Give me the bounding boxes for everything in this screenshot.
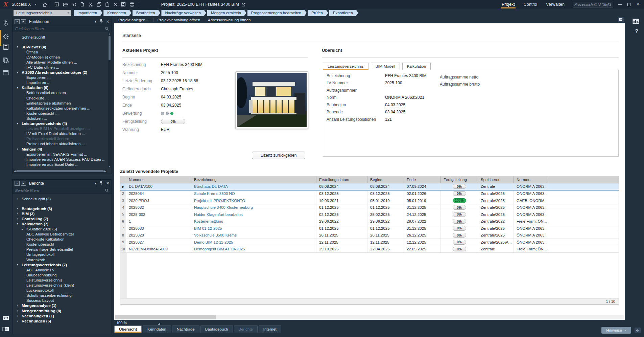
tree-item-schnellzugriff-3[interactable]: ▸Schnellzugriff (3) [13, 196, 108, 201]
row-selector[interactable]: 2 [120, 190, 126, 197]
dock-left-icon[interactable] [2, 325, 9, 332]
tree-item-kalkulation-6[interactable]: ▾Kalkulation (6) [13, 85, 108, 90]
bottom-tab-internet[interactable]: Internet [259, 325, 281, 333]
ribbon-tab-prognosemengen-bearbeiten[interactable]: Prognosemengen bearbeiten [247, 10, 307, 16]
chevron-down-icon[interactable]: ▾ [17, 45, 22, 48]
expand-all-icon[interactable]: ▼ [15, 181, 20, 186]
expand-all-icon[interactable]: ▼ [15, 19, 20, 24]
funktionen-horizontal-scrollbar[interactable]: ◀ ▶ [13, 170, 107, 173]
close-icon[interactable]: ✕ [636, 2, 640, 7]
ribbon-tab-nachträge-verwalten[interactable]: Nachträge verwalten [161, 10, 206, 16]
table-row-2025032[interactable]: 42025032Hauptschule 3400 Klosterneuburg0… [120, 204, 619, 211]
tree-item-öffnen[interactable]: Öffnen [13, 49, 108, 54]
bottom-tab-kenndaten[interactable]: Kenndaten [143, 325, 171, 333]
restore-icon[interactable] [627, 3, 630, 6]
column-header-erstellungsdatum[interactable]: Erstellungsdatum [316, 176, 367, 183]
tree-item-lückenprotokoll[interactable]: Lückenprotokoll [13, 288, 108, 293]
chevron-down-icon[interactable]: ▾ [17, 148, 22, 151]
content-horizontal-scrollbar[interactable] [115, 315, 624, 320]
ribbon-tab-prüfen[interactable]: Prüfen [308, 10, 328, 16]
tree-item-preisanfrage-betriebsmittel[interactable]: Preisanfrage Betriebsmittel [13, 247, 108, 252]
column-header-ende[interactable]: Ende [404, 176, 441, 183]
zoom-level[interactable]: 100 % [116, 321, 127, 325]
row-selector[interactable]: 6 [120, 218, 126, 225]
app-menu-caret-icon[interactable]: ▼ [34, 3, 37, 6]
tree-item-bim-3[interactable]: ▸BIM (3) [13, 211, 108, 216]
tree-item-success-layout[interactable]: Success Layout [13, 298, 108, 303]
open-project-external-icon[interactable] [241, 2, 246, 7]
table-row-2025033[interactable]: 72025033BIM 01-12-202501.12.202501.12.20… [120, 225, 619, 232]
scroll-left-icon[interactable]: ◀ [14, 170, 16, 173]
column-header-normen[interactable]: Normen [514, 176, 547, 183]
tree-item-checkliste[interactable]: Checkliste ... [13, 95, 108, 100]
tree-item-k-blätter-2020-5[interactable]: ▸K-Blätter 2020 (5) [13, 226, 108, 231]
statistics-icon[interactable] [633, 19, 639, 24]
tree-item-lv-mit-excel-datei-aktualisieren[interactable]: LV mit Excel Datei aktualisieren ... [13, 131, 108, 136]
table-row-2020-proj[interactable]: 32020 PROJProjekt mit PROJEKTKONTO19.03.… [120, 197, 619, 204]
chevron-down-icon[interactable]: ▾ [17, 86, 22, 89]
overview-tab-bim-modell[interactable]: BIM-Modell [371, 63, 400, 70]
chevron-right-icon[interactable]: ▸ [17, 319, 22, 322]
license-return-button[interactable]: Lizenz zurückgeben [252, 152, 305, 159]
save-icon[interactable] [121, 2, 126, 7]
scroll-up-icon[interactable]: ▲ [108, 33, 111, 35]
bottom-tab-berichte[interactable]: Berichte [234, 325, 258, 333]
tree-item-preisanteilmodell-ändern[interactable]: Preisanteilmodell ändern ... [13, 136, 108, 141]
tree-item-lv-modell-e-öffnen[interactable]: LV-Modell(e) öffnen [13, 54, 108, 60]
bottom-tab-bautagebuch[interactable]: Bautagebuch [200, 325, 233, 333]
document-settings-icon[interactable] [2, 57, 9, 64]
tree-item-abc-analyse-betriebsmittel[interactable]: ABC Analyse Betriebsmittel [13, 232, 108, 237]
tree-item-3d-viewer-4[interactable]: ▾3D-Viewer (4) [13, 44, 108, 49]
overview-tab-kalkulation[interactable]: Kalkulation [402, 63, 431, 70]
tree-item-baubeschreibung[interactable]: Baubeschreibung [13, 272, 108, 277]
tree-item-importieren-aus-auer-success-pau-daten[interactable]: Importieren aus AUER Success PAU Daten .… [13, 157, 108, 162]
tree-item-importieren[interactable]: Importieren ... [13, 80, 108, 85]
tree-item-umlageprotokoll[interactable]: Umlageprotokoll [13, 252, 108, 257]
bottom-tab-nachträge[interactable]: Nachträge [172, 325, 199, 333]
resize-horizontal-icon[interactable] [2, 314, 9, 321]
resize-grip-icon[interactable] [158, 322, 160, 325]
cut-icon[interactable] [88, 2, 93, 7]
tree-item-exportieren[interactable]: Exportieren ... [13, 75, 108, 80]
tree-item-mengenanalyse-1[interactable]: ▸Mengenanalyse (1) [13, 303, 108, 308]
table-row-dl-data-100[interactable]: ▶DL-DATA/100Bürohaus DL-DATA08.08.202408… [120, 183, 619, 190]
search-input[interactable] [574, 2, 608, 6]
home-icon[interactable] [42, 2, 47, 7]
berichte-filter-input[interactable] [15, 188, 105, 193]
menu-item-projekt[interactable]: Projekt [502, 0, 515, 9]
actionbar-item-projekt-anlegen[interactable]: Projekt anlegen ... [118, 18, 150, 22]
paste-icon[interactable] [105, 2, 110, 7]
new-document-icon[interactable] [80, 2, 85, 7]
help-icon[interactable]: ? [635, 28, 638, 35]
actionbar-item-adressverwaltung-öffnen[interactable]: Adressverwaltung öffnen [208, 18, 251, 22]
column-header-fertigstellung[interactable]: Fertigstellung [441, 176, 478, 183]
overview-tab-leistungsverzeichnis[interactable]: Leistungsverzeichnis [323, 63, 368, 70]
panel-menu-caret-icon[interactable]: ▾ [95, 20, 96, 23]
window-icon[interactable] [2, 69, 9, 76]
refresh-spinner-icon[interactable] [2, 33, 9, 40]
tree-item-abc-analyse-lv[interactable]: ABC Analyse LV [13, 267, 108, 272]
ribbon-tab-mengen-ermitteln[interactable]: Mengen ermitteln [207, 10, 246, 16]
chevron-right-icon[interactable]: ▸ [17, 207, 22, 210]
table-row-1[interactable]: 61Kostenermittlung29.06.202229.06.202229… [120, 218, 619, 225]
row-selector[interactable]: 8 [120, 232, 126, 239]
pin-icon[interactable] [99, 180, 103, 186]
anchor-icon[interactable] [2, 20, 9, 26]
close-icon[interactable]: ✕ [106, 20, 110, 24]
tree-item-schnellzugriff[interactable]: Schnellzugriff [13, 35, 108, 40]
tree-item-ifc-datei-öffnen[interactable]: IFC-Datei öffnen ... [13, 65, 108, 70]
funktionen-filter-input[interactable] [15, 27, 105, 31]
tree-item-letztes-bim-lv-protokoll-anzeigen[interactable]: Letztes BIM LV-Protokoll anzeigen ... [13, 126, 108, 131]
tree-item-einheitspreise-abstimmen[interactable]: Einheitspreise abstimmen [13, 100, 108, 106]
row-selector[interactable]: ▶ [120, 183, 126, 190]
chevron-down-icon[interactable]: ▾ [17, 122, 22, 125]
pin-icon[interactable] [99, 19, 103, 25]
tree-item-warenkorb[interactable]: Warenkorb [13, 257, 108, 262]
close-icon[interactable]: ✕ [106, 181, 110, 185]
module-selector[interactable]: Leistungsverzeichnis ▼ [14, 10, 71, 16]
table-row-2025-002[interactable]: 52025-002Haider Klagenfurt bearbeitet02.… [120, 211, 619, 218]
collapse-all-icon[interactable]: ▶ [21, 181, 26, 186]
tree-item-leistungsverzeichnis-7[interactable]: ▾Leistungsverzeichnis (7) [13, 262, 108, 267]
tree-item-kostenübersicht[interactable]: Kostenübersicht [13, 242, 108, 247]
ribbon-tab-exportieren[interactable]: Exportieren [329, 10, 358, 16]
